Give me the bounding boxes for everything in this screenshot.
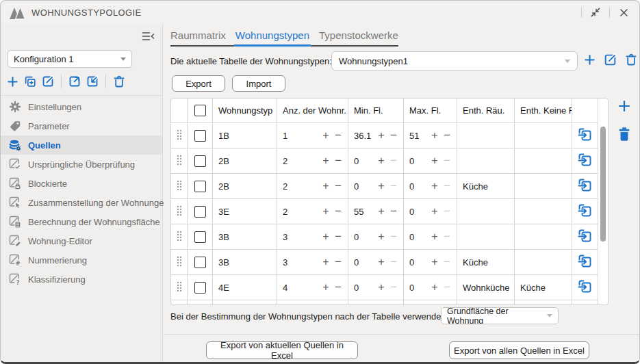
enth-keine-raeume-cell[interactable]	[515, 148, 572, 174]
anz-stepper-cell[interactable]: 1+−	[277, 123, 348, 148]
close-window-button[interactable]	[616, 5, 631, 20]
max-fl-stepper-cell[interactable]: 0+−	[404, 148, 457, 174]
min-fl-stepper-cell[interactable]: 0+−	[348, 174, 404, 199]
wohnungstyp-cell[interactable]: 2B	[213, 174, 277, 199]
import-configuration-icon[interactable]	[86, 75, 99, 88]
sidebar-item-zusammenstellung-der-wohnungen[interactable]: Zusammenstellung der Wohnungen	[1, 193, 162, 212]
wohnungstyp-cell[interactable]: 3E	[213, 199, 277, 224]
increment-icon[interactable]: +	[376, 281, 387, 294]
anz-stepper-cell[interactable]: +−	[277, 300, 348, 305]
max-fl-stepper-cell[interactable]: 51+−	[404, 123, 457, 148]
enth-keine-raeume-cell[interactable]	[515, 174, 572, 199]
enth-keine-raeume-cell[interactable]: Küche	[515, 275, 572, 300]
decrement-icon[interactable]: −	[333, 129, 344, 142]
duplicate-row-icon[interactable]	[577, 228, 593, 246]
drag-handle-icon[interactable]	[177, 231, 182, 244]
increment-icon[interactable]: +	[429, 256, 440, 268]
sidebar-item-blockierte[interactable]: Blockierte	[1, 174, 162, 193]
add-configuration-icon[interactable]	[6, 75, 19, 88]
drag-handle-icon[interactable]	[177, 205, 182, 218]
min-fl-stepper-cell[interactable]: 0+−	[348, 148, 404, 174]
bestimmung-select[interactable]: Grundfläche der Wohnung	[441, 307, 559, 324]
decrement-icon[interactable]: −	[333, 205, 344, 218]
increment-icon[interactable]: +	[320, 155, 331, 167]
min-fl-stepper-cell[interactable]: 0+−	[348, 224, 404, 250]
increment-icon[interactable]: +	[429, 129, 440, 142]
decrement-icon[interactable]: −	[441, 281, 452, 294]
drag-handle-icon[interactable]	[177, 256, 182, 269]
increment-icon[interactable]: +	[320, 129, 331, 142]
enth-raeume-cell[interactable]	[457, 224, 515, 250]
max-fl-stepper-cell[interactable]: 0+−	[404, 174, 457, 199]
configuration-select[interactable]: Konfiguration 1	[8, 50, 132, 68]
increment-icon[interactable]: +	[320, 256, 331, 268]
wohnungstyp-cell[interactable]	[213, 300, 277, 305]
edit-table-icon[interactable]	[603, 53, 617, 70]
decrement-icon[interactable]: −	[388, 255, 399, 269]
enth-keine-raeume-cell[interactable]	[515, 250, 572, 275]
wohnungstyp-cell[interactable]: 3B	[213, 250, 277, 275]
row-checkbox[interactable]	[194, 130, 206, 142]
increment-icon[interactable]: +	[429, 205, 440, 218]
duplicate-row-icon[interactable]	[577, 278, 593, 296]
enth-raeume-cell[interactable]	[457, 148, 515, 174]
enth-raeume-cell[interactable]	[457, 199, 515, 224]
row-checkbox[interactable]	[194, 181, 206, 192]
enth-raeume-cell[interactable]: Küche	[457, 250, 515, 275]
add-row-icon[interactable]	[617, 99, 631, 116]
increment-icon[interactable]: +	[429, 281, 440, 294]
increment-icon[interactable]: +	[429, 155, 440, 167]
wohnungstyp-cell[interactable]: 4E	[213, 275, 277, 300]
decrement-icon[interactable]: −	[333, 230, 344, 244]
duplicate-row-icon[interactable]	[577, 203, 593, 220]
sidebar-item-quellen[interactable]: Quellen	[1, 135, 162, 155]
row-checkbox[interactable]	[194, 155, 206, 167]
tab-raummatrix[interactable]: Raummatrix	[170, 29, 226, 41]
increment-icon[interactable]: +	[376, 231, 387, 243]
sidebar-item-klassifizierung[interactable]: ? Klassifizierung	[1, 270, 162, 289]
min-fl-stepper-cell[interactable]: 0+−	[348, 275, 404, 300]
increment-icon[interactable]: +	[320, 231, 331, 243]
duplicate-configuration-icon[interactable]	[23, 75, 37, 88]
sidebar-item-einstellungen[interactable]: Einstellungen	[1, 97, 162, 116]
restore-window-button[interactable]	[588, 5, 603, 20]
enth-raeume-cell[interactable]: Wohnküche	[457, 275, 515, 300]
min-fl-stepper-cell[interactable]: 36.1+−	[348, 123, 404, 148]
max-fl-stepper-cell[interactable]: +−	[404, 300, 457, 305]
increment-icon[interactable]: +	[376, 129, 387, 142]
decrement-icon[interactable]: −	[388, 179, 399, 193]
duplicate-row-icon[interactable]	[577, 304, 593, 305]
row-checkbox[interactable]	[194, 206, 206, 218]
sidebar-item-parameter[interactable]: Parameter	[1, 116, 162, 135]
duplicate-row-icon[interactable]	[577, 152, 593, 170]
anz-stepper-cell[interactable]: 3+−	[277, 224, 348, 250]
wohnungstyp-cell[interactable]: 1B	[213, 123, 277, 148]
min-fl-stepper-cell[interactable]: +−	[348, 300, 404, 305]
sidebar-item-berechnung-der-wohnungsflaeche[interactable]: Berechnung der Wohnungsfläche	[1, 212, 162, 231]
sidebar-item-nummerierung[interactable]: # Nummerierung	[1, 250, 162, 270]
max-fl-stepper-cell[interactable]: 0+−	[404, 275, 457, 300]
max-fl-stepper-cell[interactable]: 0+−	[404, 224, 457, 250]
sidebar-item-wohnung-editor[interactable]: Wohnung-Editor	[1, 231, 162, 250]
increment-icon[interactable]: +	[376, 205, 387, 218]
decrement-icon[interactable]: −	[441, 205, 452, 218]
decrement-icon[interactable]: −	[441, 255, 452, 269]
decrement-icon[interactable]: −	[333, 154, 344, 168]
enth-raeume-cell[interactable]: Küche	[457, 174, 515, 199]
anz-stepper-cell[interactable]: 2+−	[277, 174, 348, 199]
decrement-icon[interactable]: −	[388, 281, 399, 294]
increment-icon[interactable]: +	[376, 180, 387, 192]
decrement-icon[interactable]: −	[333, 281, 344, 294]
increment-icon[interactable]: +	[320, 180, 331, 192]
increment-icon[interactable]: +	[320, 205, 331, 218]
export-all-sources-button[interactable]: Export von allen Quellen in Excel	[449, 341, 589, 359]
duplicate-row-icon[interactable]	[577, 177, 593, 195]
row-checkbox[interactable]	[194, 282, 206, 294]
decrement-icon[interactable]: −	[441, 154, 452, 168]
decrement-icon[interactable]: −	[441, 129, 452, 142]
delete-row-icon[interactable]	[617, 127, 631, 144]
collapse-sidebar-button[interactable]	[141, 30, 155, 45]
decrement-icon[interactable]: −	[388, 129, 399, 142]
enth-keine-raeume-cell[interactable]	[515, 199, 572, 224]
tab-wohnungstypen[interactable]: Wohnungstypen	[235, 29, 309, 41]
